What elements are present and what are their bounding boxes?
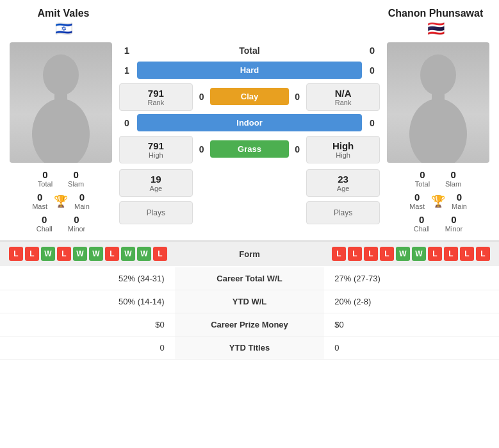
right-minor-stat: 0 Minor (445, 214, 463, 233)
career-total-row: 52% (34-31) Career Total W/L 27% (27-73) (0, 267, 499, 290)
ytd-wl-left: 50% (14-14) (0, 290, 175, 313)
form-badge-l: L (9, 247, 23, 261)
left-player-card: 0 Total 0 Slam 0 Mast 🏆 0 (6, 42, 115, 233)
career-prize-row: $0 Career Prize Money $0 (0, 313, 499, 336)
right-grass-score: 0 (291, 144, 304, 154)
career-prize-left: $0 (0, 313, 175, 336)
form-badge-l: L (153, 247, 167, 261)
form-badge-w: W (412, 247, 426, 261)
form-badge-l: L (476, 247, 490, 261)
form-label: Form (239, 249, 260, 259)
form-badge-l: L (380, 247, 394, 261)
form-badge-l: L (105, 247, 119, 261)
left-minor-stat: 0 Minor (68, 214, 86, 233)
ytd-titles-left: 0 (0, 336, 175, 360)
left-trophy-icon: 🏆 (54, 194, 68, 208)
ytd-titles-label: YTD Titles (175, 336, 325, 360)
left-player-flag: 🇮🇱 (9, 21, 118, 37)
career-prize-right: $0 (324, 313, 499, 336)
svg-point-3 (420, 54, 456, 95)
form-badge-w: W (137, 247, 151, 261)
left-total-stat: 0 Total (38, 169, 53, 188)
ytd-wl-label: YTD W/L (175, 290, 325, 313)
stats-table: 52% (34-31) Career Total W/L 27% (27-73)… (0, 267, 499, 360)
right-main-stat: 0 Main (452, 192, 467, 210)
clay-button[interactable]: Clay (210, 88, 290, 105)
right-high-box: High High (306, 136, 380, 163)
left-total-score: 1 (119, 45, 135, 56)
left-rank-box: 791 Rank (119, 83, 193, 111)
ytd-wl-right: 20% (2-8) (324, 290, 499, 313)
right-player-photo (387, 42, 489, 163)
svg-rect-2 (54, 93, 67, 104)
right-mast-stat: 0 Mast (409, 192, 425, 210)
left-grass-score: 0 (195, 144, 208, 154)
right-slam-stat: 0 Slam (445, 169, 461, 188)
right-total-score: 0 (364, 45, 380, 56)
left-clay-score: 0 (195, 92, 208, 102)
right-clay-score: 0 (291, 92, 304, 102)
left-form-badges: LLWLWWLWWL (9, 247, 167, 261)
left-player-name: Amit Vales (9, 8, 118, 19)
form-badge-l: L (444, 247, 458, 261)
left-player-photo (10, 42, 112, 163)
left-main-stat: 0 Main (74, 192, 90, 210)
center-area: 1 Total 0 1 Hard 0 791 Rank 0 Clay (119, 42, 380, 224)
ytd-titles-row: 0 YTD Titles 0 (0, 336, 499, 360)
right-player-card: 0 Total 0 Slam 0 Mast 🏆 0 (384, 42, 493, 233)
right-chall-stat: 0 Chall (414, 214, 430, 233)
career-total-right: 27% (27-73) (324, 267, 499, 290)
grass-button[interactable]: Grass (210, 140, 290, 158)
main-container: Amit Vales 🇮🇱 Chanon Phunsawat 🇹🇭 (0, 0, 499, 360)
form-badge-w: W (89, 247, 103, 261)
form-badge-l: L (460, 247, 474, 261)
right-plays-box: Plays (306, 201, 380, 224)
ytd-wl-row: 50% (14-14) YTD W/L 20% (2-8) (0, 290, 499, 313)
hard-button[interactable]: Hard (137, 62, 362, 79)
total-label: Total (135, 46, 364, 56)
right-indoor-score: 0 (364, 118, 380, 128)
left-slam-stat: 0 Slam (68, 169, 84, 188)
form-badge-l: L (348, 247, 362, 261)
form-badge-l: L (25, 247, 39, 261)
svg-point-0 (43, 54, 79, 95)
form-badge-l: L (332, 247, 346, 261)
career-total-label: Career Total W/L (175, 267, 325, 290)
career-prize-label: Career Prize Money (175, 313, 325, 336)
right-total-stat: 0 Total (415, 169, 430, 188)
right-hard-score: 0 (364, 65, 380, 76)
left-indoor-score: 0 (119, 118, 135, 128)
left-plays-box: Plays (119, 201, 193, 224)
form-badge-l: L (57, 247, 71, 261)
form-badge-w: W (41, 247, 55, 261)
form-section: LLWLWWLWWL Form LLLLWWLLLL (0, 240, 499, 266)
left-mast-stat: 0 Mast (32, 192, 47, 210)
hard-row: 1 Hard 0 (119, 62, 380, 79)
form-badge-l: L (428, 247, 442, 261)
left-high-box: 791 High (119, 136, 193, 163)
right-player-flag: 🇹🇭 (381, 21, 490, 37)
career-total-left: 52% (34-31) (0, 267, 175, 290)
svg-rect-5 (432, 93, 445, 104)
total-row: 1 Total 0 (119, 42, 380, 60)
indoor-row: 0 Indoor 0 (119, 114, 380, 131)
left-chall-stat: 0 Chall (37, 214, 53, 233)
right-age-box: 23 Age (306, 169, 380, 197)
right-trophy-icon: 🏆 (431, 194, 445, 208)
form-badge-w: W (396, 247, 410, 261)
svg-point-4 (409, 99, 467, 163)
right-player-name: Chanon Phunsawat (381, 8, 490, 19)
left-age-box: 19 Age (119, 169, 193, 197)
svg-point-1 (32, 99, 90, 163)
indoor-button[interactable]: Indoor (137, 114, 362, 131)
form-badge-w: W (121, 247, 135, 261)
right-rank-box: N/A Rank (306, 83, 380, 111)
left-hard-score: 1 (119, 65, 135, 76)
form-badge-l: L (364, 247, 378, 261)
ytd-titles-right: 0 (324, 336, 499, 360)
form-badge-w: W (73, 247, 87, 261)
right-form-badges: LLLLWWLLLL (332, 247, 490, 261)
